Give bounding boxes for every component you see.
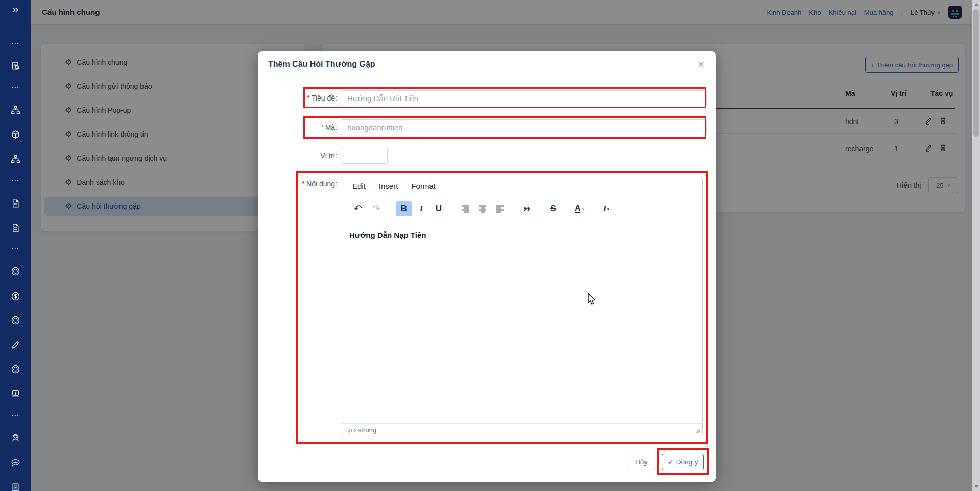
ellipsis-icon[interactable]: ⋯ — [0, 82, 31, 93]
blockquote-icon[interactable]: ” — [519, 201, 534, 216]
ellipsis-icon[interactable]: ⋯ — [0, 410, 31, 421]
pen-icon[interactable] — [0, 339, 31, 350]
required-mark: * — [307, 94, 309, 102]
clear-formatting-button[interactable]: Ix — [599, 201, 614, 216]
align-center-icon[interactable] — [475, 201, 490, 216]
check-icon: ✓ — [667, 458, 673, 466]
strikethrough-button[interactable]: S — [545, 201, 561, 216]
add-faq-modal: Thêm Câu Hỏi Thường Gặp ✕ *Tiêu đề: *Mã:… — [258, 51, 716, 482]
scrollbar[interactable] — [972, 0, 980, 491]
editor-status-bar: p › strong — [341, 423, 702, 436]
editor-content[interactable]: Hướng Dẫn Nạp Tiền — [341, 222, 702, 248]
resize-handle-icon[interactable] — [694, 428, 700, 434]
coin-icon[interactable] — [0, 363, 31, 375]
required-mark: * — [321, 123, 323, 131]
editor-menubar: Edit Insert Format — [341, 177, 702, 195]
laptop-payment-icon[interactable] — [0, 388, 31, 399]
underline-button[interactable]: U — [431, 201, 446, 216]
coin-icon[interactable] — [0, 265, 31, 277]
bold-button[interactable]: B — [396, 201, 412, 216]
logout-door-icon[interactable] — [0, 481, 31, 491]
document-search-icon[interactable] — [0, 60, 31, 71]
required-mark: * — [302, 180, 305, 188]
field-label-ma: *Mã: — [258, 123, 337, 131]
vi-tri-input[interactable] — [341, 148, 388, 164]
icon-sidebar: » ⋯ ⋯ ⋯ ⋯ ⋯ — [0, 0, 31, 491]
chevron-down-icon: ∨ — [581, 206, 585, 211]
field-label-vi-tri: Vị trí: — [258, 152, 337, 160]
italic-button[interactable]: I — [414, 201, 429, 216]
editor-menu-edit[interactable]: Edit — [352, 182, 366, 195]
editor-text: Hướng Dẫn Nạp Tiền — [349, 231, 426, 239]
sitemap-icon[interactable] — [0, 104, 31, 115]
chat-icon[interactable] — [0, 457, 31, 468]
coin-icon[interactable] — [0, 314, 31, 326]
modal-title: Thêm Câu Hỏi Thường Gặp — [268, 60, 375, 69]
ellipsis-icon[interactable]: ⋯ — [0, 38, 31, 50]
collapse-sidebar-icon[interactable]: » — [0, 3, 31, 16]
tieu-de-input[interactable] — [341, 90, 707, 106]
align-right-icon[interactable] — [458, 201, 473, 216]
ma-input[interactable] — [341, 119, 707, 135]
element-path: p › strong — [348, 426, 376, 434]
editor-menu-format[interactable]: Format — [411, 182, 436, 195]
scroll-down-icon[interactable] — [974, 485, 978, 488]
field-label-tieu-de: *Tiêu đề: — [258, 94, 337, 102]
sitemap-icon[interactable] — [0, 153, 31, 164]
scrollbar-thumb[interactable] — [973, 9, 979, 137]
ok-button[interactable]: ✓ Đồng ý — [662, 454, 704, 470]
align-left-icon[interactable] — [492, 201, 508, 216]
rich-text-editor: Edit Insert Format ↶ ↷ B I U ” S A∨ Ix H… — [341, 177, 703, 436]
ellipsis-icon[interactable]: ⋯ — [0, 175, 31, 186]
editor-toolbar: ↶ ↷ B I U ” S A∨ Ix — [341, 195, 702, 222]
undo-icon[interactable]: ↶ — [350, 201, 366, 216]
ellipsis-icon[interactable]: ⋯ — [0, 243, 31, 254]
text-color-button[interactable]: A∨ — [572, 201, 587, 216]
package-icon[interactable] — [0, 129, 31, 140]
dollar-circle-icon[interactable] — [0, 290, 31, 302]
app-root: » ⋯ ⋯ ⋯ ⋯ ⋯ Cấu hình chung Kinh Doanh Kh… — [0, 0, 980, 491]
modal-header-divider — [258, 78, 716, 78]
redo-icon[interactable]: ↷ — [369, 201, 384, 216]
cancel-button[interactable]: Hủy — [628, 454, 655, 470]
field-label-noi-dung: *Nội dung: — [258, 180, 337, 188]
close-icon[interactable]: ✕ — [698, 59, 705, 70]
scroll-up-icon[interactable] — [974, 3, 978, 6]
document-icon[interactable] — [0, 198, 31, 209]
editor-menu-insert[interactable]: Insert — [379, 182, 398, 195]
document-icon[interactable] — [0, 222, 31, 233]
support-agent-icon[interactable] — [0, 432, 31, 444]
